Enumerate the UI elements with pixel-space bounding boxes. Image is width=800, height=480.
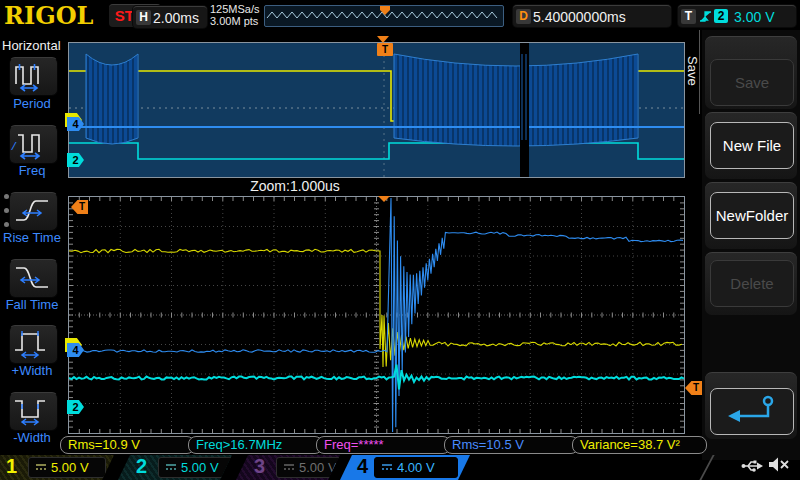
period-icon — [10, 58, 55, 93]
channel-1-status[interactable]: 1 5.00 V — [0, 455, 114, 480]
new-folder-button[interactable]: NewFolder — [710, 192, 794, 239]
horizontal-timebase-box: H2.00ms — [133, 6, 207, 28]
usb-icon — [740, 457, 764, 475]
overview-wave — [265, 6, 501, 24]
rising-edge-icon — [698, 9, 714, 25]
oscilloscope-screen: RIGOL STOP H2.00ms 125MSa/s 3.00M pts D5… — [0, 0, 800, 480]
h-icon: H — [136, 10, 151, 25]
zoom-waveform-svg — [69, 197, 684, 433]
waveform-overview-bar[interactable] — [264, 5, 504, 27]
main-waveform-svg — [69, 43, 684, 177]
acquisition-info: 125MSa/s 3.00M pts — [210, 3, 260, 27]
dc-coupling-icon — [35, 462, 47, 472]
trigger-position-icon — [380, 6, 390, 15]
dc-coupling-icon — [165, 462, 177, 472]
rise-time-button[interactable] — [9, 192, 58, 231]
svg-text:⁄: ⁄ — [11, 141, 17, 152]
zoom-window-indicator — [520, 43, 529, 177]
period-label: Period — [0, 96, 64, 111]
channel-3-scale-box: 5.00 V — [276, 457, 348, 478]
measurement-freq-ch2[interactable]: Freq>16.7MHz — [188, 436, 323, 454]
zoom-scale-label: Zoom:1.000us — [200, 178, 390, 194]
save-menu-tab: Save — [685, 56, 700, 86]
channel-2-scale-box: 5.00 V — [158, 457, 236, 478]
neg-width-icon — [10, 393, 55, 428]
trigger-source-badge: 2 — [714, 9, 728, 23]
zoom-trigger-position[interactable] — [378, 196, 390, 202]
save-button[interactable]: Save — [710, 59, 794, 106]
pos-width-label: +Width — [0, 363, 64, 378]
ch1-zoom-trace — [69, 249, 682, 367]
freq-icon: ⁄ — [10, 126, 55, 161]
channel-2-number: 2 — [136, 455, 147, 478]
channel-3-status[interactable]: 3 5.00 V — [236, 455, 340, 480]
neg-width-button[interactable] — [9, 392, 58, 431]
channel-4-scale-box: 4.00 V — [374, 457, 458, 478]
return-arrow-icon — [722, 392, 782, 430]
ch4-burst — [394, 54, 638, 146]
pos-width-icon — [10, 326, 55, 361]
rigol-logo: RIGOL — [4, 1, 93, 30]
rise-time-label: Rise Time — [0, 230, 64, 245]
dc-coupling-icon — [283, 462, 295, 472]
channel-3-number: 3 — [254, 455, 265, 478]
ch4-burst — [86, 54, 138, 144]
trigger-position-marker[interactable] — [377, 36, 389, 43]
main-waveform-view — [68, 42, 685, 178]
measurement-rms-ch1[interactable]: Rms=10.9 V — [60, 436, 195, 454]
channel-2-status[interactable]: 2 5.00 V — [118, 455, 232, 480]
freq-button[interactable]: ⁄ — [9, 125, 58, 164]
new-file-button[interactable]: New File — [710, 122, 794, 169]
freq-label: Freq — [0, 163, 64, 178]
measurement-rms-ch4[interactable]: Rms=10.5 V — [444, 436, 579, 454]
trigger-level: 3.00 V — [734, 9, 774, 25]
channel-4-status[interactable]: 4 4.00 V — [340, 455, 470, 480]
fall-time-button[interactable] — [9, 259, 58, 298]
back-button[interactable] — [710, 388, 794, 435]
measurement-freq-ch3[interactable]: Freq=***** — [316, 436, 451, 454]
neg-width-label: -Width — [0, 430, 64, 445]
fall-time-icon — [10, 260, 55, 295]
channel-1-number: 1 — [6, 455, 17, 478]
delay-box: D5.40000000ms — [513, 5, 671, 27]
trigger-t-icon: T — [681, 9, 696, 24]
fall-time-label: Fall Time — [0, 297, 64, 312]
memory-depth: 3.00M pts — [210, 15, 260, 27]
delay-icon: D — [516, 9, 531, 24]
trigger-flag[interactable]: T — [377, 43, 393, 56]
delete-button[interactable]: Delete — [710, 260, 794, 307]
timebase-value: 2.00ms — [153, 10, 199, 26]
period-button[interactable] — [9, 57, 58, 96]
trigger-status-box: T23.00 V — [678, 5, 796, 27]
dc-coupling-icon — [381, 462, 393, 472]
left-menu-title: Horizontal — [2, 38, 61, 53]
pos-width-button[interactable] — [9, 325, 58, 364]
rise-time-icon — [10, 193, 55, 228]
speaker-muted-icon — [768, 456, 792, 474]
zoom-waveform-view — [68, 196, 685, 434]
ch2-trace — [69, 143, 684, 159]
left-menu-panel: Horizontal Period ⁄ Freq R — [0, 30, 64, 460]
trigger-level-marker[interactable]: T — [685, 381, 702, 395]
channel-1-scale-box: 5.00 V — [28, 457, 106, 478]
channel-4-number: 4 — [357, 455, 368, 478]
measurement-variance[interactable]: Variance=38.7 V² — [572, 436, 707, 454]
delay-value: 5.40000000ms — [533, 9, 626, 25]
sample-rate: 125MSa/s — [210, 3, 260, 15]
